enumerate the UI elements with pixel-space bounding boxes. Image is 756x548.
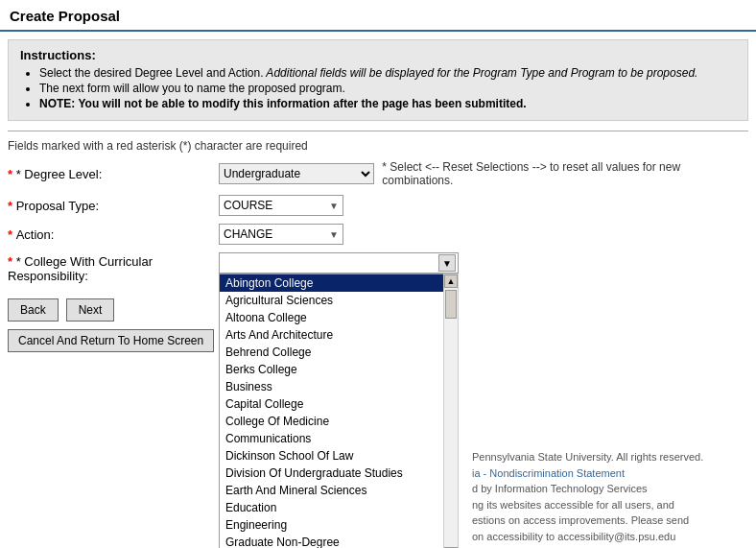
college-list-item[interactable]: Business: [220, 378, 456, 395]
college-list-item[interactable]: Behrend College: [220, 344, 456, 361]
proposal-type-arrow: ▼: [329, 201, 339, 211]
footer-line2: d by Information Technology Services: [472, 481, 752, 497]
college-label: * * College With Curricular Responsibili…: [8, 252, 219, 283]
cancel-button[interactable]: Cancel And Return To Home Screen: [8, 329, 214, 352]
action-row: * Action: CHANGE ▼: [8, 224, 748, 245]
college-required-star: *: [8, 254, 16, 269]
footer-line3: ng its websites accessible for all users…: [472, 497, 752, 513]
proposal-type-label: * Proposal Type:: [8, 199, 219, 213]
scrollbar-up-btn[interactable]: ▲: [444, 274, 458, 288]
degree-level-row: * * Degree Level: Undergraduate Graduate…: [8, 160, 748, 187]
footer-copyright: Pennsylvania State University. All right…: [472, 449, 752, 465]
next-button[interactable]: Next: [66, 298, 115, 322]
college-list-item[interactable]: Altoona College: [220, 309, 456, 326]
action-value: CHANGE: [224, 227, 272, 241]
reset-hint: * Select <-- Reset Selections --> to res…: [382, 160, 748, 187]
footer-line4: estions on access improvements. Please s…: [472, 512, 752, 529]
college-list: Abington CollegeAgricultural SciencesAlt…: [219, 274, 457, 548]
action-label: * Action:: [8, 227, 219, 242]
page-title: Create Proposal: [10, 8, 120, 24]
instruction-italic: Additional fields will be displayed for …: [263, 66, 697, 80]
action-arrow: ▼: [329, 229, 339, 240]
college-list-item[interactable]: Agricultural Sciences: [220, 292, 456, 309]
college-list-item[interactable]: College Of Medicine: [220, 413, 456, 430]
degree-level-select[interactable]: Undergraduate Graduate Professional: [219, 163, 374, 184]
college-row: * * College With Curricular Responsibili…: [8, 252, 748, 283]
proposal-type-required-star: *: [8, 199, 16, 213]
footer-nondiscrimination-link[interactable]: ia - Nondiscrimination Statement: [472, 467, 625, 479]
instructions-list: Select the desired Degree Level and Acti…: [39, 66, 736, 110]
college-list-item[interactable]: Abington College: [220, 274, 456, 292]
college-list-item[interactable]: Division Of Undergraduate Studies: [220, 465, 456, 482]
instructions-label: Instructions:: [20, 48, 96, 62]
action-required-star: *: [8, 227, 16, 242]
proposal-type-row: * Proposal Type: COURSE ▼: [8, 195, 748, 216]
divider: [8, 131, 748, 131]
back-button[interactable]: Back: [8, 298, 59, 322]
footer-link: ia - Nondiscrimination Statement: [472, 465, 752, 482]
page-header: Create Proposal: [0, 0, 756, 32]
college-list-item[interactable]: Communications: [220, 430, 456, 447]
instruction-item-2: The next form will allow you to name the…: [39, 82, 736, 95]
proposal-type-value: COURSE: [224, 199, 272, 212]
college-scrollbar[interactable]: ▲ ▼: [443, 274, 459, 548]
college-list-item[interactable]: Engineering: [220, 516, 456, 534]
instruction-item-3: NOTE: You will not be able to modify thi…: [39, 97, 736, 110]
action-control-area: CHANGE ▼: [219, 224, 748, 245]
college-list-item[interactable]: Arts And Architecture: [220, 326, 456, 344]
footer: Pennsylvania State University. All right…: [468, 445, 756, 548]
form-area: * * Degree Level: Undergraduate Graduate…: [0, 160, 756, 283]
college-list-item[interactable]: Capital College: [220, 395, 456, 413]
college-list-item[interactable]: Dickinson School Of Law: [220, 447, 456, 465]
degree-level-label: * * Degree Level:: [8, 167, 219, 181]
college-scroll-btn[interactable]: ▼: [438, 254, 456, 272]
instruction-item-1: Select the desired Degree Level and Acti…: [39, 66, 736, 80]
instructions-box: Instructions: Select the desired Degree …: [8, 39, 748, 121]
scrollbar-thumb[interactable]: [445, 290, 457, 319]
action-display[interactable]: CHANGE ▼: [219, 224, 343, 245]
college-dropdown-container: ▼ Abington CollegeAgricultural SciencesA…: [219, 252, 459, 274]
required-note: Fields marked with a red asterisk (*) ch…: [0, 135, 756, 160]
degree-level-control-area: Undergraduate Graduate Professional * Se…: [219, 160, 748, 187]
degree-level-required-star: *: [8, 167, 16, 181]
college-input-box[interactable]: ▼: [219, 252, 459, 274]
college-list-item[interactable]: Berks College: [220, 361, 456, 378]
college-list-item[interactable]: Graduate Non-Degree: [220, 534, 456, 548]
footer-line5: on accessibility to accessibility@its.ps…: [472, 529, 752, 545]
college-list-inner[interactable]: Abington CollegeAgricultural SciencesAlt…: [220, 274, 456, 548]
college-list-item[interactable]: Education: [220, 499, 456, 516]
proposal-type-control-area: COURSE ▼: [219, 195, 748, 216]
college-list-item[interactable]: Earth And Mineral Sciences: [220, 482, 456, 499]
proposal-type-display[interactable]: COURSE ▼: [219, 195, 343, 216]
